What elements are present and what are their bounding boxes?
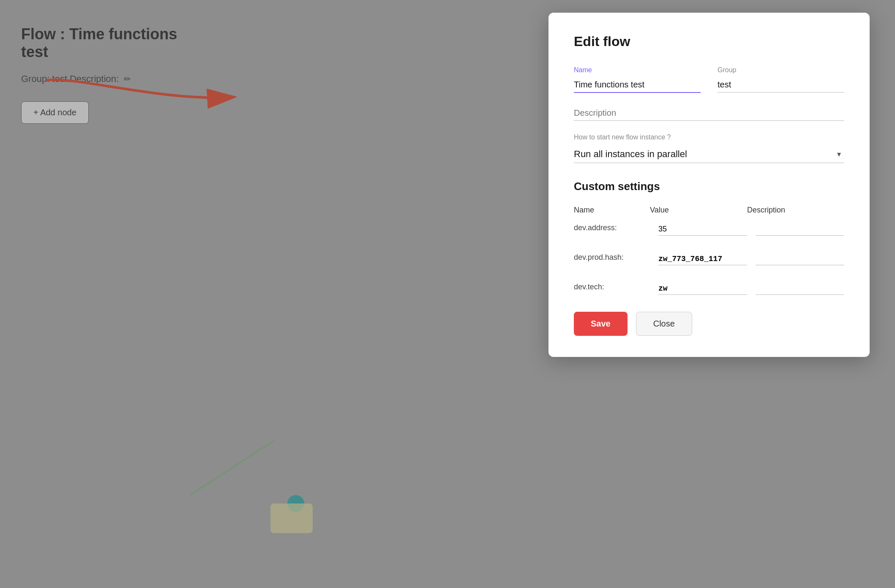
modal-title: Edit flow bbox=[574, 34, 844, 49]
custom-settings-title: Custom settings bbox=[574, 180, 844, 193]
name-field: Name bbox=[574, 66, 701, 93]
settings-desc-dev-tech[interactable] bbox=[756, 282, 844, 295]
modal-button-row: Save Close bbox=[574, 312, 844, 336]
settings-table: Name Value Description dev.address: dev.… bbox=[574, 206, 844, 295]
name-group-row: Name Group bbox=[574, 66, 844, 93]
edit-flow-modal: Edit flow Name Group How to start new fl… bbox=[548, 13, 870, 357]
settings-desc-dev-prod-hash[interactable] bbox=[756, 253, 844, 265]
settings-row-dev-address: dev.address: bbox=[574, 223, 844, 236]
settings-table-header: Name Value Description bbox=[574, 206, 844, 215]
how-to-start-section: How to start new flow instance ? Run all… bbox=[574, 133, 844, 163]
name-label: Name bbox=[574, 66, 701, 74]
modal-overlay: Edit flow Name Group How to start new fl… bbox=[0, 0, 895, 588]
settings-row-dev-tech: dev.tech: bbox=[574, 282, 844, 295]
how-to-start-select-wrapper: Run all instances in parallel Queue new … bbox=[574, 145, 844, 163]
name-input[interactable] bbox=[574, 77, 701, 93]
group-field: Group bbox=[718, 66, 844, 93]
group-input[interactable] bbox=[718, 77, 844, 93]
settings-row-dev-prod-hash: dev.prod.hash: bbox=[574, 253, 844, 265]
header-value: Value bbox=[650, 206, 747, 215]
settings-value-dev-address[interactable] bbox=[658, 223, 747, 236]
header-name: Name bbox=[574, 206, 650, 215]
description-input[interactable] bbox=[574, 106, 844, 121]
settings-value-dev-prod-hash[interactable] bbox=[658, 253, 747, 265]
how-to-start-select[interactable]: Run all instances in parallel Queue new … bbox=[574, 145, 844, 163]
how-to-start-label: How to start new flow instance ? bbox=[574, 133, 844, 141]
settings-value-dev-tech[interactable] bbox=[658, 283, 747, 295]
header-description: Description bbox=[747, 206, 844, 215]
settings-desc-dev-address[interactable] bbox=[756, 223, 844, 236]
save-button[interactable]: Save bbox=[574, 312, 628, 336]
settings-key-dev-address: dev.address: bbox=[574, 223, 650, 236]
settings-key-dev-tech: dev.tech: bbox=[574, 283, 650, 295]
settings-key-dev-prod-hash: dev.prod.hash: bbox=[574, 253, 650, 265]
description-field bbox=[574, 106, 844, 121]
group-label: Group bbox=[718, 66, 844, 74]
close-button[interactable]: Close bbox=[636, 312, 692, 336]
